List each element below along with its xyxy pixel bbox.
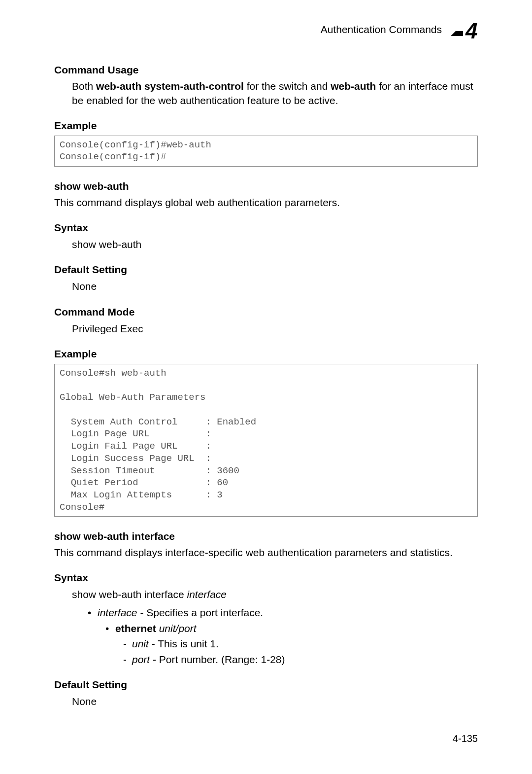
text-fragment: - This is unit 1. <box>149 638 219 649</box>
bullet-icon: • <box>88 605 98 621</box>
italic-term: unit <box>156 623 176 634</box>
default-setting-heading-2: Default Setting <box>54 679 478 691</box>
dash-icon: - <box>123 636 132 652</box>
bullet-level-3b: -port - Port number. (Range: 1-28) <box>123 652 478 668</box>
show-web-auth-description: This command displays global web authent… <box>54 195 478 210</box>
text-fragment: show web-auth interface <box>72 589 187 600</box>
default-setting-text-2: None <box>72 694 478 709</box>
bold-term: web-auth <box>331 80 376 92</box>
bold-term: ethernet <box>115 623 156 634</box>
bullet-level-3a: -unit - This is unit 1. <box>123 636 478 652</box>
text-fragment: Both <box>72 80 96 92</box>
example-heading: Example <box>54 120 478 132</box>
show-web-auth-heading: show web-auth <box>54 180 478 192</box>
italic-term: unit <box>132 638 149 649</box>
dash-icon: - <box>123 652 132 668</box>
text-fragment: - Port number. (Range: 1-28) <box>150 654 285 665</box>
italic-term: port <box>132 654 150 665</box>
svg-marker-0 <box>451 31 463 36</box>
syntax-text: show web-auth <box>72 237 478 252</box>
bullet-level-1: •interface - Specifies a port interface. <box>88 605 478 621</box>
default-setting-heading: Default Setting <box>54 264 478 276</box>
bold-term: web-auth system-auth-control <box>96 80 244 92</box>
syntax-heading-2: Syntax <box>54 572 478 584</box>
bullet-icon: • <box>105 621 115 636</box>
chapter-number-icon: 4 <box>451 20 478 39</box>
command-usage-text: Both web-auth system-auth-control for th… <box>72 79 478 108</box>
italic-term: interface <box>98 607 137 618</box>
header-title: Authentication Commands <box>321 24 442 35</box>
command-mode-text: Privileged Exec <box>72 321 478 337</box>
code-example-1: Console(config-if)#web-auth Console(conf… <box>54 136 478 167</box>
default-setting-text: None <box>72 279 478 294</box>
text-fragment: - Specifies a port interface. <box>137 607 264 618</box>
example-heading-2: Example <box>54 348 478 360</box>
page-header: Authentication Commands 4 <box>54 20 478 39</box>
code-example-2: Console#sh web-auth Global Web-Auth Para… <box>54 364 478 517</box>
italic-term: interface <box>187 589 227 600</box>
show-web-auth-interface-heading: show web-auth interface <box>54 530 478 542</box>
italic-term: port <box>178 623 196 634</box>
page-number: 4-135 <box>453 733 478 744</box>
syntax-heading: Syntax <box>54 222 478 234</box>
syntax-line: show web-auth interface interface <box>72 587 478 602</box>
bullet-level-2: •ethernet unit/port <box>105 621 478 636</box>
show-web-auth-interface-description: This command displays interface-specific… <box>54 545 478 560</box>
command-mode-heading: Command Mode <box>54 306 478 318</box>
command-usage-heading: Command Usage <box>54 64 478 76</box>
chapter-digit: 4 <box>465 20 477 39</box>
text-fragment: for the switch and <box>244 80 331 92</box>
